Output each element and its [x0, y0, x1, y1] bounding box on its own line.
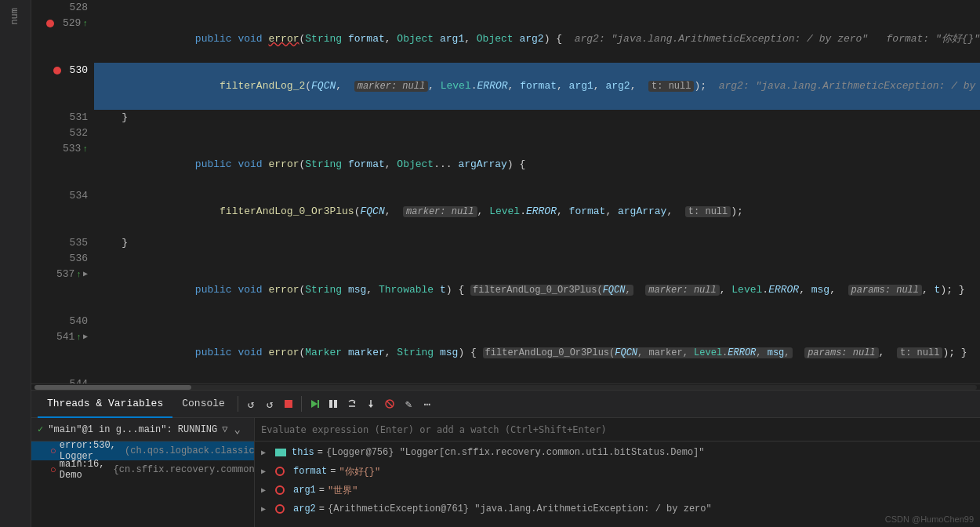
stack-frame-error[interactable]: ○ error:530, Logger (ch.qos.logback.clas…: [31, 442, 254, 460]
more-button[interactable]: ⋯: [418, 394, 437, 413]
gutter-528: 528: [31, 0, 94, 16]
threads-header: ✓ "main"@1 in g...main": RUNNING ▽ ⌄: [31, 418, 254, 442]
mute-button[interactable]: [380, 394, 399, 413]
var-eq-format: =: [330, 466, 336, 477]
table-row: 529 ↑ public void error(String format, O…: [31, 16, 980, 63]
table-row: 537 ↑ ▶ public void error(String msg, Th…: [31, 267, 980, 314]
gutter-540: 540: [31, 314, 94, 329]
var-expand-arg2[interactable]: ▶: [261, 504, 272, 514]
breakpoint-dot-530: [53, 67, 61, 75]
debug-panel: Threads & Variables Console ↺ ↺: [31, 390, 980, 527]
fold-arrow-537[interactable]: ▶: [83, 267, 88, 282]
gutter-535: 535: [31, 235, 94, 251]
evaluate-input-area: [255, 418, 980, 442]
var-val-format: "你好{}": [339, 465, 380, 478]
var-expand-arg1[interactable]: ▶: [261, 485, 272, 495]
gutter-544: 544: [31, 376, 94, 383]
mute-icon: [384, 398, 395, 409]
stack-frame-main[interactable]: ○ main:16, Demo {cn.sffix.recovery.commo…: [31, 460, 254, 479]
code-line-536: [94, 251, 980, 267]
var-type-icon-arg2: [275, 504, 285, 514]
step-into-icon: [365, 398, 376, 409]
var-val-this: {Logger@756} "Logger[cn.sffix.recovery.c…: [326, 447, 704, 458]
thread-name-label: "main"@1 in g...main": RUNNING: [48, 424, 217, 435]
variables-list: ▶ this = {Logger@756} "Logger[cn.sffix.r…: [255, 442, 980, 527]
fold-arrow-541[interactable]: ▶: [83, 329, 88, 345]
list-item: ▶ this = {Logger@756} "Logger[cn.sffix.r…: [255, 443, 980, 462]
svg-rect-2: [318, 400, 319, 408]
code-line-537: public void error(String msg, Throwable …: [94, 267, 980, 314]
table-row: 535 }: [31, 235, 980, 251]
code-line-544: [94, 376, 980, 383]
gutter-533: 533 ↑: [31, 141, 94, 188]
gutter-530: 530: [31, 63, 94, 110]
gutter-532: 532: [31, 125, 94, 141]
scrollbar-track: [34, 385, 977, 390]
table-row: 532: [31, 125, 980, 141]
step-over-button[interactable]: [343, 394, 361, 413]
evaluate-expression-input[interactable]: [261, 424, 974, 435]
list-item: ▶ arg1 = "世界": [255, 481, 980, 500]
pause-button[interactable]: [324, 394, 343, 413]
reload-button[interactable]: ↺: [260, 394, 279, 413]
marker-icon-541: ↑: [76, 329, 82, 345]
edit-button[interactable]: ✎: [399, 394, 418, 413]
code-line-531: }: [94, 110, 980, 125]
horizontal-scrollbar[interactable]: [31, 383, 980, 390]
table-row: 544: [31, 376, 980, 383]
var-name-arg2: arg2: [293, 503, 316, 514]
table-row: 540: [31, 314, 980, 329]
var-eq-arg1: =: [319, 485, 325, 496]
code-line-532: [94, 125, 980, 141]
resume-button[interactable]: [305, 394, 324, 413]
debug-content: ✓ "main"@1 in g...main": RUNNING ▽ ⌄ ○ e…: [31, 418, 980, 527]
svg-marker-5: [353, 402, 355, 404]
var-eq-arg2: =: [319, 503, 325, 514]
table-row: 531 }: [31, 110, 980, 125]
gutter-537: 537 ↑ ▶: [31, 267, 94, 314]
thread-status-icon: ✓: [38, 423, 43, 435]
step-into-button[interactable]: [361, 394, 380, 413]
stop-button[interactable]: [279, 394, 298, 413]
tab-console[interactable]: Console: [172, 391, 234, 418]
table-row: 541 ↑ ▶ public void error(Marker marker,…: [31, 329, 980, 376]
var-eq-this: =: [318, 447, 323, 458]
code-line-528: [94, 0, 980, 16]
stack-frame-sublabel-0: (ch.qos.logback.classic): [119, 445, 255, 456]
list-item: ▶ arg2 = {ArithmeticException@761} "java…: [255, 500, 980, 518]
list-item: ▶ format = "你好{}": [255, 462, 980, 481]
code-line-535: }: [94, 235, 980, 251]
filter-icon[interactable]: ▽: [222, 423, 227, 435]
circle-icon-main: ○: [50, 464, 56, 476]
svg-line-10: [387, 401, 393, 407]
table-row: 530 filterAndLog_2(FQCN, marker: null, L…: [31, 63, 980, 110]
scrollbar-thumb[interactable]: [34, 385, 191, 390]
rerun-button[interactable]: ↺: [241, 394, 260, 413]
marker-icon-533: ↑: [82, 141, 88, 157]
num-sidebar-label: num: [0, 0, 30, 33]
toolbar-separator: [238, 396, 238, 412]
toolbar-separator-2: [301, 396, 302, 412]
svg-rect-4: [334, 400, 337, 408]
var-name-arg1: arg1: [293, 485, 316, 496]
var-type-icon-format: [275, 467, 285, 476]
svg-marker-8: [368, 405, 373, 408]
code-line-529: public void error(String format, Object …: [94, 16, 980, 63]
circle-icon-error: ○: [50, 445, 56, 457]
tab-threads-variables[interactable]: Threads & Variables: [38, 391, 172, 418]
svg-marker-1: [311, 400, 318, 408]
gutter-529: 529 ↑: [31, 16, 94, 63]
code-container: 528 529 ↑: [31, 0, 980, 383]
var-name-format: format: [293, 466, 327, 477]
dropdown-icon[interactable]: ⌄: [234, 423, 241, 436]
var-expand-this[interactable]: ▶: [261, 448, 272, 457]
threads-panel: ✓ "main"@1 in g...main": RUNNING ▽ ⌄ ○ e…: [31, 418, 255, 527]
code-editor: 528 529 ↑: [31, 0, 980, 390]
marker-icon-537: ↑: [76, 267, 82, 282]
var-expand-format[interactable]: ▶: [261, 467, 272, 476]
variables-panel: ▶ this = {Logger@756} "Logger[cn.sffix.r…: [255, 418, 980, 527]
stack-frame-label-1: main:16, Demo: [60, 459, 105, 481]
debug-toolbar: Threads & Variables Console ↺ ↺: [31, 391, 980, 418]
code-table: 528 529 ↑: [31, 0, 980, 383]
code-line-534: filterAndLog_0_Or3Plus(FQCN, marker: nul…: [94, 188, 980, 235]
